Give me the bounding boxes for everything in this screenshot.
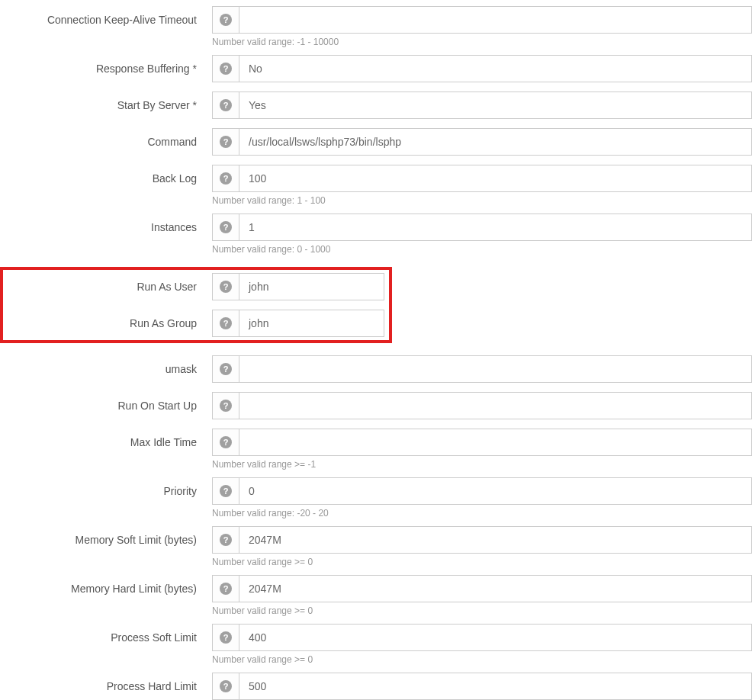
help-run-on-start-up[interactable]: ? — [212, 392, 239, 419]
label-instances: Instances — [0, 221, 212, 233]
label-run-as-group: Run As Group — [3, 317, 212, 329]
hint-priority: Number valid range: -20 - 20 — [212, 505, 752, 526]
label-memory-soft-limit: Memory Soft Limit (bytes) — [0, 534, 212, 546]
label-back-log: Back Log — [0, 172, 212, 185]
help-back-log[interactable]: ? — [212, 165, 239, 192]
help-start-by-server[interactable]: ? — [212, 92, 239, 119]
input-instances[interactable]: 1 — [239, 214, 752, 241]
row-response-buffering: Response Buffering * ? No — [0, 55, 752, 82]
help-max-idle-time[interactable]: ? — [212, 429, 239, 456]
hint-process-soft-limit: Number valid range >= 0 — [212, 651, 752, 673]
help-icon: ? — [220, 63, 232, 75]
label-connection-keepalive: Connection Keep-Alive Timeout — [0, 14, 212, 26]
row-memory-hard-limit: Memory Hard Limit (bytes) ? 2047M — [0, 575, 752, 602]
label-umask: umask — [0, 363, 212, 375]
help-process-hard-limit[interactable]: ? — [212, 673, 239, 700]
help-memory-soft-limit[interactable]: ? — [212, 526, 239, 554]
highlight-run-as: Run As User ? john Run As Group ? john — [0, 267, 392, 343]
help-run-as-user[interactable]: ? — [212, 273, 239, 300]
label-max-idle-time: Max Idle Time — [0, 436, 212, 448]
hint-back-log: Number valid range: 1 - 100 — [212, 192, 752, 214]
help-icon: ? — [220, 680, 232, 692]
hint-max-idle-time: Number valid range >= -1 — [212, 456, 752, 477]
input-memory-hard-limit[interactable]: 2047M — [239, 575, 752, 602]
help-run-as-group[interactable]: ? — [212, 310, 239, 337]
form-container: Connection Keep-Alive Timeout ? Number v… — [0, 0, 752, 700]
help-icon: ? — [220, 317, 232, 329]
help-icon: ? — [220, 172, 232, 185]
help-icon: ? — [220, 436, 232, 448]
input-start-by-server[interactable]: Yes — [239, 92, 752, 119]
help-icon: ? — [220, 14, 232, 26]
row-run-as-user: Run As User ? john — [3, 273, 389, 300]
hint-memory-hard-limit: Number valid range >= 0 — [212, 602, 752, 624]
row-max-idle-time: Max Idle Time ? — [0, 429, 752, 456]
row-run-on-start-up: Run On Start Up ? — [0, 392, 752, 419]
help-process-soft-limit[interactable]: ? — [212, 624, 239, 651]
hint-instances: Number valid range: 0 - 1000 — [212, 241, 752, 262]
row-instances: Instances ? 1 — [0, 214, 752, 241]
row-process-hard-limit: Process Hard Limit ? 500 — [0, 673, 752, 700]
label-priority: Priority — [0, 485, 212, 497]
row-command: Command ? /usr/local/lsws/lsphp73/bin/ls… — [0, 128, 752, 156]
hint-connection-keepalive: Number valid range: -1 - 10000 — [212, 34, 752, 55]
row-connection-keepalive: Connection Keep-Alive Timeout ? — [0, 6, 752, 34]
input-connection-keepalive[interactable] — [239, 6, 752, 34]
help-priority[interactable]: ? — [212, 477, 239, 505]
help-umask[interactable]: ? — [212, 355, 239, 383]
label-response-buffering: Response Buffering * — [0, 63, 212, 75]
row-process-soft-limit: Process Soft Limit ? 400 — [0, 624, 752, 651]
label-process-soft-limit: Process Soft Limit — [0, 631, 212, 644]
input-process-soft-limit[interactable]: 400 — [239, 624, 752, 651]
help-response-buffering[interactable]: ? — [212, 55, 239, 82]
help-icon: ? — [220, 400, 232, 412]
row-start-by-server: Start By Server * ? Yes — [0, 92, 752, 119]
label-run-on-start-up: Run On Start Up — [0, 400, 212, 412]
help-instances[interactable]: ? — [212, 214, 239, 241]
help-icon: ? — [220, 136, 232, 148]
help-icon: ? — [220, 631, 232, 644]
row-memory-soft-limit: Memory Soft Limit (bytes) ? 2047M — [0, 526, 752, 554]
row-back-log: Back Log ? 100 — [0, 165, 752, 192]
label-run-as-user: Run As User — [3, 281, 212, 293]
input-umask[interactable] — [239, 355, 752, 383]
row-umask: umask ? — [0, 355, 752, 383]
input-run-as-user[interactable]: john — [239, 273, 384, 300]
input-priority[interactable]: 0 — [239, 477, 752, 505]
help-memory-hard-limit[interactable]: ? — [212, 575, 239, 602]
hint-memory-soft-limit: Number valid range >= 0 — [212, 554, 752, 575]
input-process-hard-limit[interactable]: 500 — [239, 673, 752, 700]
row-priority: Priority ? 0 — [0, 477, 752, 505]
help-connection-keepalive[interactable]: ? — [212, 6, 239, 34]
input-max-idle-time[interactable] — [239, 429, 752, 456]
help-icon: ? — [220, 99, 232, 111]
label-start-by-server: Start By Server * — [0, 99, 212, 111]
help-icon: ? — [220, 281, 232, 293]
label-process-hard-limit: Process Hard Limit — [0, 680, 212, 692]
label-memory-hard-limit: Memory Hard Limit (bytes) — [0, 583, 212, 595]
help-command[interactable]: ? — [212, 128, 239, 156]
help-icon: ? — [220, 221, 232, 233]
label-command: Command — [0, 136, 212, 148]
help-icon: ? — [220, 485, 232, 497]
input-response-buffering[interactable]: No — [239, 55, 752, 82]
row-run-as-group: Run As Group ? john — [3, 310, 389, 337]
input-back-log[interactable]: 100 — [239, 165, 752, 192]
input-memory-soft-limit[interactable]: 2047M — [239, 526, 752, 554]
input-command[interactable]: /usr/local/lsws/lsphp73/bin/lsphp — [239, 128, 752, 156]
help-icon: ? — [220, 363, 232, 375]
help-icon: ? — [220, 583, 232, 595]
help-icon: ? — [220, 534, 232, 546]
input-run-on-start-up[interactable] — [239, 392, 752, 419]
input-run-as-group[interactable]: john — [239, 310, 384, 337]
